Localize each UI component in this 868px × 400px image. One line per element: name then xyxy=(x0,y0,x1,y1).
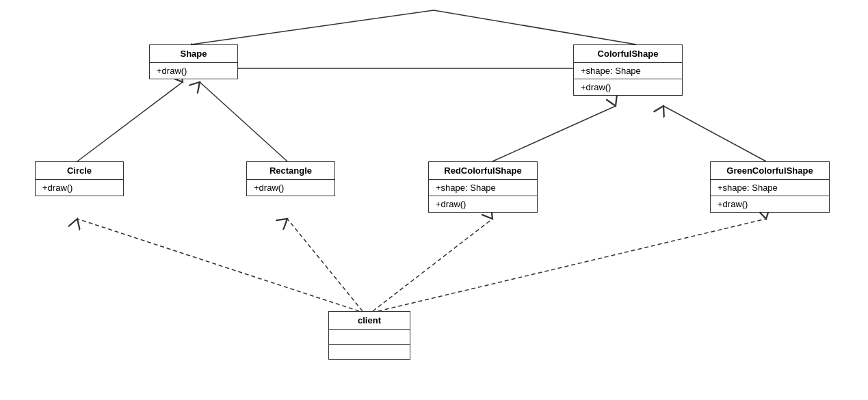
red-colorful-shape-class: RedColorfulShape +shape: Shape +draw() xyxy=(428,161,538,213)
uml-diagram: Shape +draw() ColorfulShape +shape: Shap… xyxy=(0,0,868,400)
colorful-shape-class: ColorfulShape +shape: Shape +draw() xyxy=(573,44,683,96)
client-line1 xyxy=(329,330,410,345)
green-colorful-shape-draw-method: +draw() xyxy=(711,196,829,212)
svg-line-5 xyxy=(77,219,359,311)
rectangle-draw-method: +draw() xyxy=(247,180,334,196)
shape-draw-method: +draw() xyxy=(150,63,237,79)
rectangle-class-name: Rectangle xyxy=(247,162,334,180)
red-colorful-shape-class-name: RedColorfulShape xyxy=(429,162,537,180)
svg-line-4 xyxy=(663,106,766,161)
svg-line-8 xyxy=(378,219,766,311)
circle-class: Circle +draw() xyxy=(35,161,124,196)
svg-line-1 xyxy=(200,82,287,161)
colorful-shape-class-name: ColorfulShape xyxy=(574,45,682,63)
green-colorful-shape-attr: +shape: Shape xyxy=(711,180,829,196)
red-colorful-shape-attr: +shape: Shape xyxy=(429,180,537,196)
svg-line-0 xyxy=(77,82,183,161)
circle-draw-method: +draw() xyxy=(36,180,123,196)
green-colorful-shape-class: GreenColorfulShape +shape: Shape +draw() xyxy=(710,161,830,213)
svg-line-3 xyxy=(492,106,616,161)
client-class-name: client xyxy=(329,312,410,330)
svg-line-6 xyxy=(287,219,363,311)
svg-line-7 xyxy=(373,219,492,311)
client-class: client xyxy=(328,311,410,360)
rectangle-class: Rectangle +draw() xyxy=(246,161,335,196)
client-line2 xyxy=(329,345,410,359)
colorful-shape-attr: +shape: Shape xyxy=(574,63,682,79)
shape-class-name: Shape xyxy=(150,45,237,63)
red-colorful-shape-draw-method: +draw() xyxy=(429,196,537,212)
circle-class-name: Circle xyxy=(36,162,123,180)
colorful-shape-draw-method: +draw() xyxy=(574,79,682,95)
shape-class: Shape +draw() xyxy=(149,44,238,79)
green-colorful-shape-class-name: GreenColorfulShape xyxy=(711,162,829,180)
